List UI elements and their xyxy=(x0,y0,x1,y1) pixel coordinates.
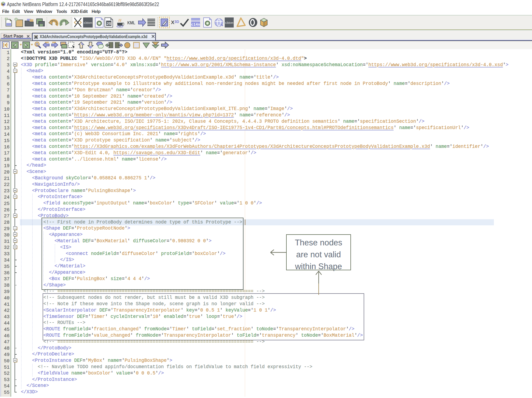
svg-text:c14n: c14n xyxy=(191,22,200,27)
svg-text:x3dom: x3dom xyxy=(225,21,233,24)
svg-text:Q: Q xyxy=(36,43,38,46)
svg-text:x3dom: x3dom xyxy=(83,21,92,24)
svg-text:JS: JS xyxy=(106,22,111,26)
svg-text:KML: KML xyxy=(127,20,135,25)
svg-text:3D: 3D xyxy=(174,20,179,24)
svg-text:X: X xyxy=(171,20,174,25)
